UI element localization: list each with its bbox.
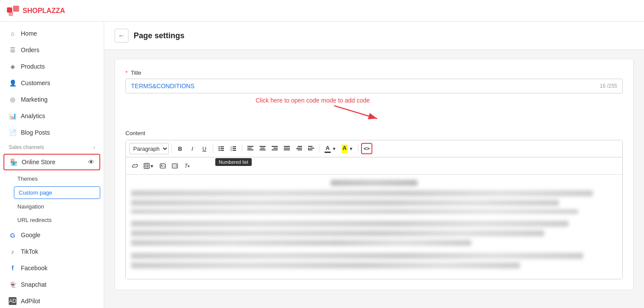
sales-channels-label: Sales channels — [9, 144, 44, 150]
toolbar-row2: ▼ Tx — [126, 157, 622, 175]
navigation-label: Navigation — [17, 203, 44, 210]
sidebar-item-tiktok[interactable]: ♪ TikTok — [0, 243, 104, 260]
align-center-button[interactable] — [257, 143, 268, 154]
annotation-arrow — [334, 106, 386, 123]
bullet-list-button[interactable] — [216, 143, 227, 154]
svg-rect-28 — [273, 148, 278, 149]
table-button[interactable]: ▼ — [141, 160, 156, 172]
font-color-button[interactable]: A ▼ — [322, 143, 338, 154]
sidebar-item-blog[interactable]: 📄 Blog Posts — [0, 124, 104, 141]
customers-icon: 👤 — [9, 79, 16, 87]
svg-rect-10 — [220, 146, 224, 147]
adpilot-icon: AD — [9, 297, 16, 305]
svg-rect-26 — [260, 149, 266, 150]
title-input[interactable]: TERMS&CONDITIONS 16 /255 — [125, 79, 623, 93]
sales-channels-section: Sales channels › — [0, 141, 104, 152]
sidebar-item-analytics[interactable]: 📊 Analytics — [0, 108, 104, 124]
link-button[interactable] — [129, 160, 141, 172]
svg-rect-40 — [308, 149, 312, 150]
align-left-button[interactable] — [245, 143, 256, 154]
svg-rect-20 — [233, 150, 236, 151]
indent-increase-button[interactable] — [306, 143, 317, 154]
editor-content-area[interactable] — [126, 175, 622, 279]
svg-rect-50 — [176, 165, 177, 167]
svg-rect-49 — [173, 165, 177, 167]
char-count: 16 /255 — [600, 83, 617, 89]
toolbar-row1: Paragraph B I U 1.2.3. Numbered list — [126, 140, 622, 157]
sidebar-sub-navigation[interactable]: Navigation — [0, 200, 104, 213]
sidebar-label-analytics: Analytics — [21, 113, 45, 119]
page-header: ← Page settings — [104, 22, 644, 50]
page-title: Page settings — [134, 31, 184, 40]
blog-icon: 📄 — [9, 129, 16, 136]
sales-channels-arrow: › — [93, 144, 95, 150]
svg-rect-32 — [284, 149, 290, 150]
custom-page-label: Custom page — [19, 189, 52, 196]
sidebar-sub-themes[interactable]: Themes — [0, 172, 104, 185]
sidebar-item-orders[interactable]: ☰ Orders — [0, 42, 104, 58]
svg-rect-29 — [272, 149, 278, 150]
adpilot-label: AdPilot — [21, 298, 40, 305]
divider2 — [213, 144, 213, 153]
sidebar-item-home[interactable]: ⌂ Home — [0, 25, 104, 42]
rich-text-editor: Paragraph B I U 1.2.3. Numbered list — [125, 140, 623, 279]
facebook-icon: f — [9, 264, 16, 272]
svg-rect-33 — [298, 146, 302, 147]
home-icon: ⌂ — [9, 30, 16, 37]
bg-color-button[interactable]: A ▼ — [339, 143, 355, 154]
media-button[interactable] — [169, 160, 181, 172]
svg-rect-41 — [144, 163, 149, 169]
logo-text: SHOPLAZZA — [23, 7, 65, 15]
themes-label: Themes — [17, 176, 38, 182]
svg-rect-39 — [310, 148, 314, 149]
sidebar-item-adpilot[interactable]: AD AdPilot — [0, 293, 104, 308]
bold-button[interactable]: B — [174, 143, 186, 154]
svg-rect-36 — [298, 149, 302, 150]
content-area: ← Page settings * Title TERMS&CONDITIONS… — [104, 22, 644, 308]
snapchat-label: Snapchat — [21, 281, 46, 288]
sidebar-item-customers[interactable]: 👤 Customers — [0, 75, 104, 91]
sidebar-item-snapchat[interactable]: 👻 Snapchat — [0, 276, 104, 293]
sidebar: ⌂ Home ☰ Orders ◈ Products 👤 Customers ◎… — [0, 22, 104, 308]
italic-button[interactable]: I — [187, 143, 198, 154]
svg-line-8 — [334, 106, 377, 119]
eye-icon: 👁 — [88, 159, 94, 166]
svg-rect-24 — [260, 146, 266, 147]
svg-rect-23 — [247, 149, 253, 150]
back-button[interactable]: ← — [115, 29, 128, 43]
svg-rect-27 — [272, 146, 278, 147]
sidebar-sub-url-redirects[interactable]: URL redirects — [0, 213, 104, 227]
required-star: * — [125, 70, 128, 76]
sidebar-item-facebook[interactable]: f Facebook — [0, 260, 104, 276]
sidebar-item-products[interactable]: ◈ Products — [0, 58, 104, 75]
google-icon: G — [9, 231, 16, 239]
title-value: TERMS&CONDITIONS — [131, 83, 194, 89]
title-field-group: * Title TERMS&CONDITIONS 16 /255 — [125, 70, 623, 93]
sidebar-label-customers: Customers — [21, 79, 50, 86]
svg-rect-35 — [298, 148, 302, 149]
paragraph-select[interactable]: Paragraph — [129, 143, 169, 154]
sidebar-label-home: Home — [21, 30, 37, 37]
sidebar-item-marketing[interactable]: ◎ Marketing — [0, 91, 104, 108]
topbar: SHOPLAZZA — [0, 0, 644, 22]
image-button[interactable] — [157, 160, 168, 172]
svg-text:3.: 3. — [230, 149, 232, 152]
underline-button[interactable]: U — [199, 143, 210, 154]
sidebar-label-marketing: Marketing — [21, 96, 47, 103]
clear-format-button[interactable]: Tx — [181, 160, 193, 172]
sidebar-item-online-store[interactable]: 🏪 Online Store 👁 — [3, 154, 100, 170]
url-redirects-label: URL redirects — [17, 217, 52, 223]
analytics-icon: 📊 — [9, 112, 16, 120]
code-mode-button[interactable]: <> — [361, 143, 372, 154]
indent-decrease-button[interactable] — [293, 143, 305, 154]
align-right-button[interactable] — [269, 143, 280, 154]
svg-rect-2 — [9, 12, 13, 16]
divider3 — [242, 144, 242, 153]
form-area: * Title TERMS&CONDITIONS 16 /255 Click h… — [115, 59, 634, 290]
svg-rect-46 — [160, 164, 165, 168]
sidebar-item-google[interactable]: G Google — [0, 227, 104, 243]
justify-button[interactable] — [281, 143, 292, 154]
marketing-icon: ◎ — [9, 96, 16, 103]
numbered-list-button[interactable]: 1.2.3. Numbered list — [228, 143, 239, 154]
sidebar-sub-custom-page[interactable]: Custom page — [14, 186, 100, 199]
